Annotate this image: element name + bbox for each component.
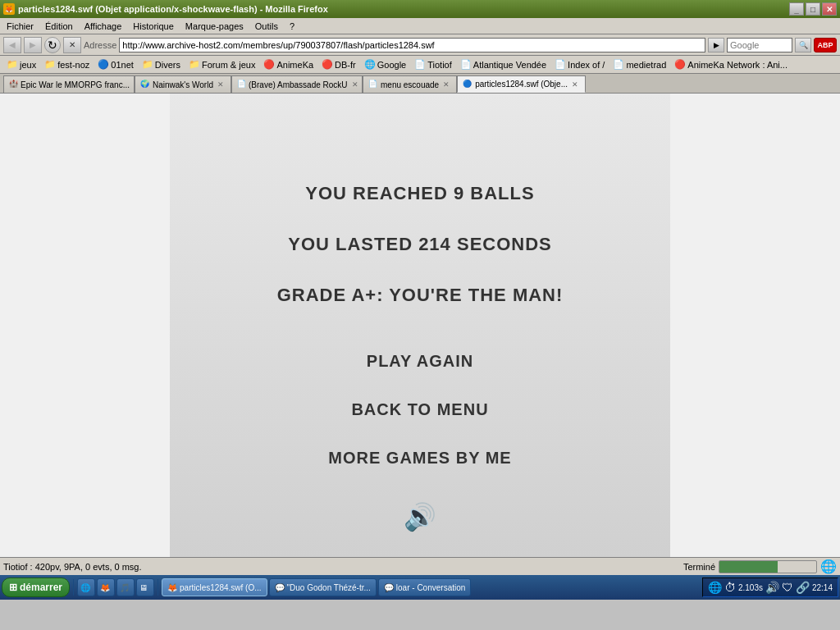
tab-close-particles[interactable]: ✕ — [570, 80, 580, 89]
quicklaunch-ie[interactable]: 🌐 — [77, 578, 95, 596]
menu-bar: Fichier Édition Affichage Historique Mar… — [0, 18, 840, 34]
browser-icon: 🦊 — [3, 3, 15, 15]
bookmark-dbfr[interactable]: 🔴 DB-fr — [318, 58, 359, 71]
bookmark-01net[interactable]: 🔵 01net — [94, 58, 137, 71]
tab-icon-brave: 📄 — [237, 80, 246, 89]
taskbar-loar[interactable]: 💬 loar - Conversation — [378, 578, 471, 596]
start-button[interactable]: ⊞ démarrer — [2, 578, 70, 597]
menu-affichage[interactable]: Affichage — [80, 20, 127, 33]
sys-icon-security: 🛡 — [782, 581, 793, 594]
tab-close-nainwak[interactable]: ✕ — [216, 80, 226, 89]
content-area: YOU REACHED 9 BALLS YOU LASTED 214 SECON… — [0, 94, 840, 557]
tab-close-menu[interactable]: ✕ — [441, 80, 451, 89]
flash-game-container: YOU REACHED 9 BALLS YOU LASTED 214 SECON… — [170, 94, 670, 557]
go-button[interactable]: ▶ — [708, 38, 724, 52]
tab-icon-epic: 🏰 — [9, 80, 18, 89]
bookmark-google[interactable]: 🌐 Google — [361, 58, 409, 71]
taskbar-separator-2 — [158, 579, 158, 596]
bookmark-index[interactable]: 📄 Index of / — [551, 58, 608, 71]
taskbar-systray: 🌐 ⏱ 2.103s 🔊 🛡 🔗 22:14 — [702, 578, 838, 597]
quicklaunch-firefox[interactable]: 🦊 — [97, 578, 115, 596]
bookmark-fest-noz[interactable]: 📁 fest-noz — [41, 58, 93, 71]
sys-perf: 2.103s — [738, 583, 763, 592]
bookmark-animeka[interactable]: 🔴 AnimeKa — [260, 58, 317, 71]
tab-icon-nainwak: 🌍 — [140, 80, 150, 89]
google-search-button[interactable]: 🔍 — [795, 38, 811, 52]
tab-epic-war[interactable]: 🏰 Epic War le MMORPG franc... ✕ — [3, 75, 135, 93]
bookmark-forum[interactable]: 📁 Forum & jeux — [185, 58, 258, 71]
taskbar-separator-1 — [73, 579, 74, 596]
bookmark-atlantique[interactable]: 📄 Atlantique Vendée — [457, 58, 550, 71]
bookmark-animeka-network[interactable]: 🔴 AnimeKa Network : Ani... — [671, 58, 791, 71]
taskbar: ⊞ démarrer 🌐 🦊 🎵 🖥 🦊 particles1284.swf (… — [0, 575, 840, 600]
quicklaunch-show-desktop[interactable]: 🖥 — [136, 578, 154, 596]
quicklaunch-media[interactable]: 🎵 — [116, 578, 135, 596]
sys-icon-network: 🔗 — [796, 581, 810, 594]
sound-icon[interactable]: 🔊 — [404, 501, 436, 532]
close-button[interactable]: ✕ — [822, 2, 837, 16]
status-bar: Tiotiof : 420pv, 9PA, 0 evts, 0 msg. Ter… — [0, 557, 840, 575]
tab-nainwak[interactable]: 🌍 Nainwak's World ✕ — [135, 75, 231, 93]
sys-icon-2: ⏱ — [724, 581, 736, 594]
taskbar-particles-icon: 🦊 — [167, 583, 177, 592]
taskbar-particles[interactable]: 🦊 particles1284.swf (O... — [162, 578, 267, 596]
taskbar-duo-icon: 💬 — [275, 583, 285, 592]
bookmark-tiotiof[interactable]: 📄 Tiotiof — [411, 58, 455, 71]
address-input[interactable] — [119, 38, 705, 52]
address-bar: ◀ ▶ ↻ ✕ Adresse ▶ 🔍 ABP — [0, 34, 840, 56]
menu-historique[interactable]: Historique — [128, 20, 179, 33]
taskbar-duo[interactable]: 💬 "Duo Godon Thézé-tr... — [269, 578, 377, 596]
bookmark-medietrad[interactable]: 📄 medietrad — [609, 58, 669, 71]
taskbar-loar-icon: 💬 — [384, 583, 394, 592]
system-clock: 22:14 — [812, 583, 833, 592]
tab-particles[interactable]: 🔵 particles1284.swf (Obje... ✕ — [457, 75, 586, 93]
stat-seconds: YOU LASTED 214 SECONDS — [288, 234, 552, 255]
tab-close-brave[interactable]: ✕ — [350, 80, 360, 89]
status-text: Tiotiof : 420pv, 9PA, 0 evts, 0 msg. — [3, 562, 680, 572]
tab-icon-menu: 📄 — [368, 80, 378, 89]
grade-text: GRADE A+: YOU'RE THE MAN! — [277, 285, 564, 306]
menu-help[interactable]: ? — [285, 20, 299, 33]
stop-button[interactable]: ✕ — [63, 37, 81, 53]
back-to-menu-button[interactable]: BACK TO MENU — [341, 397, 498, 422]
minimize-button[interactable]: _ — [789, 2, 804, 16]
menu-marque-pages[interactable]: Marque-pages — [180, 20, 249, 33]
title-bar: 🦊 particles1284.swf (Objet application/x… — [0, 0, 840, 18]
more-games-button[interactable]: MORE GAMES BY ME — [318, 445, 521, 471]
tab-icon-particles: 🔵 — [463, 80, 472, 89]
tab-brave[interactable]: 📄 (Brave) Ambassade RockU ✕ — [231, 75, 363, 93]
play-again-button[interactable]: PLAY AGAIN — [357, 349, 483, 374]
sys-icon-1: 🌐 — [708, 581, 722, 594]
refresh-button[interactable]: ↻ — [44, 37, 61, 53]
adblock-button[interactable]: ABP — [814, 38, 837, 52]
back-button[interactable]: ◀ — [3, 37, 21, 53]
bookmarks-bar: 📁 jeux 📁 fest-noz 🔵 01net 📁 Divers 📁 For… — [0, 56, 840, 74]
menu-outils[interactable]: Outils — [250, 20, 283, 33]
tab-menu-escouade[interactable]: 📄 menu escouade ✕ — [363, 75, 457, 93]
tabs-bar: 🏰 Epic War le MMORPG franc... ✕ 🌍 Nainwa… — [0, 74, 840, 94]
address-label: Adresse — [84, 40, 116, 50]
bookmark-divers[interactable]: 📁 Divers — [139, 58, 184, 71]
window-title: particles1284.swf (Objet application/x-s… — [18, 4, 328, 14]
window-controls: _ □ ✕ — [789, 2, 837, 16]
sys-icon-speaker[interactable]: 🔊 — [765, 581, 779, 594]
menu-edition[interactable]: Édition — [40, 20, 78, 33]
windows-logo: ⊞ — [9, 582, 17, 593]
forward-button[interactable]: ▶ — [24, 37, 42, 53]
menu-fichier[interactable]: Fichier — [2, 20, 39, 33]
progress-bar — [719, 560, 817, 573]
stat-balls: YOU REACHED 9 BALLS — [305, 183, 534, 204]
bookmark-jeux[interactable]: 📁 jeux — [3, 58, 39, 71]
google-search-input[interactable] — [727, 38, 792, 52]
globe-icon: 🌐 — [820, 559, 837, 574]
maximize-button[interactable]: □ — [806, 2, 820, 16]
status-done: Terminé — [683, 562, 715, 572]
